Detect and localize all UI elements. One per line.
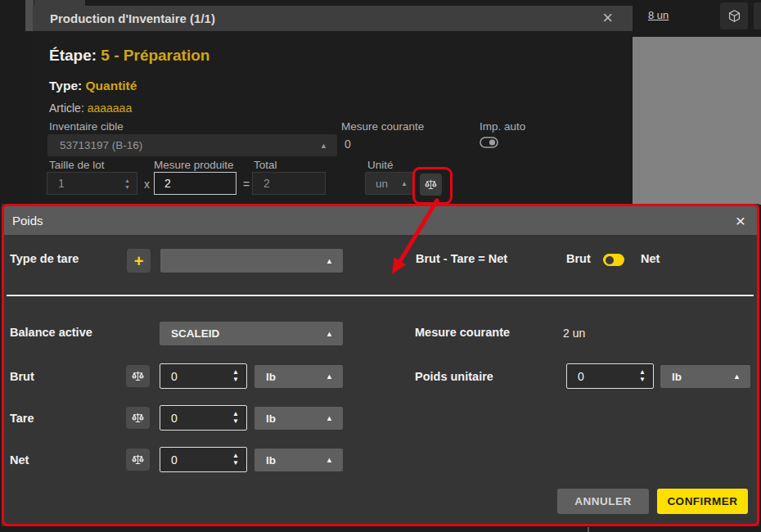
imp-auto-label: Imp. auto [480,120,525,133]
taille-de-lot-input[interactable]: 1 ▲▼ [47,172,137,195]
toggle-left-label: Brut [566,252,591,265]
net-unit-value: lb [266,454,276,467]
type-line: Type: Quantité [49,79,137,93]
formula-text: Brut - Tare = Net [416,252,507,265]
chevron-up-icon: ▲ [733,372,741,381]
etape-label: Étape: [49,47,97,64]
mesure-produite-input[interactable]: 2 [154,172,236,195]
brut-value: 0 [171,370,178,383]
tare-unit-dropdown[interactable]: lb ▲ [254,407,343,430]
unite-value: un [376,178,388,190]
printer-button[interactable] [754,2,761,29]
type-de-tare-label: Type de tare [10,252,79,265]
chevron-up-icon: ▲ [401,180,408,187]
chevron-up-icon: ▲ [326,414,333,422]
chevron-up-icon: ▲ [326,330,333,338]
toggle-knob [606,256,614,264]
scale-icon [131,453,145,467]
net-scale-button[interactable] [126,449,150,471]
total-input[interactable]: 2 [252,172,326,195]
package-icon [727,8,742,24]
net-unit-dropdown[interactable]: lb ▲ [254,449,343,471]
total-value: 2 [263,177,270,190]
quantity-link[interactable]: 8 un [648,9,669,21]
poids-unitaire-unit-dropdown[interactable]: lb ▲ [660,365,750,388]
toggle-right-label: Net [641,252,660,265]
net-label: Net [10,453,29,467]
app-backdrop [633,37,761,205]
etape-value: 5 - Préparation [101,47,209,64]
scale-icon [131,369,145,383]
unite-label: Unité [367,159,394,171]
balance-active-label: Balance active [10,326,92,339]
poids-mesure-courante-label: Mesure courante [415,326,510,339]
brut-scale-button[interactable] [126,365,150,387]
cancel-button[interactable]: ANNULER [557,489,649,514]
imp-auto-toggle[interactable] [480,137,498,148]
section-divider [7,295,754,296]
article-label: Article: [49,101,84,115]
tare-value-input[interactable]: 0 ▲▼ [160,405,247,431]
article-value: aaaaaaa [88,101,133,115]
chevron-up-icon: ▲ [326,257,333,265]
equals-sign: = [243,178,250,191]
poids-unitaire-value: 0 [578,370,584,383]
tare-unit-value: lb [266,413,276,425]
poids-dialog: Poids × Type de tare + ▲ Brut - Tare = N… [2,204,759,526]
unite-dropdown[interactable]: un ▲ [365,172,415,195]
net-value: 0 [171,453,178,467]
balance-active-value: SCALEID [171,327,219,340]
mesure-courante-value: 0 [344,138,351,151]
weight-scale-button[interactable] [420,174,442,196]
poids-dialog-titlebar: Poids × [4,206,757,235]
inventaire-cible-dropdown[interactable]: 53713197 (B-16) ▲ [47,134,337,156]
spinner-arrows-icon[interactable]: ▲▼ [232,411,239,425]
poids-close-button[interactable]: × [736,206,745,235]
inventaire-cible-label: Inventaire cible [49,120,124,133]
spinner-arrows-icon[interactable]: ▲▼ [232,453,239,467]
spinner-arrows-icon[interactable]: ▲▼ [124,178,130,190]
spinner-arrows-icon[interactable]: ▲▼ [639,369,646,383]
production-dialog-title: Production d'Inventaire (1/1) [33,6,633,31]
scale-icon [424,178,438,192]
scale-icon [131,411,145,425]
brut-net-toggle[interactable] [603,254,624,266]
chevron-up-icon: ▲ [320,142,327,150]
article-line: Article: aaaaaaa [49,101,132,115]
tare-label: Tare [10,412,34,425]
confirm-button[interactable]: CONFIRMER [657,489,748,514]
production-close-button[interactable]: × [602,6,613,30]
tare-value: 0 [171,412,178,425]
type-label: Type: [49,79,82,92]
poids-unitaire-label: Poids unitaire [415,370,493,383]
production-dialog-titlebar: Production d'Inventaire (1/1) × [33,6,633,31]
balance-active-dropdown[interactable]: SCALEID ▲ [160,322,343,345]
screen: 8 un Production d'Inventaire (1/1) × Éta… [0,0,761,532]
tare-type-dropdown[interactable]: ▲ [160,249,343,273]
mesure-produite-value: 2 [164,177,171,190]
chevron-up-icon: ▲ [326,456,333,464]
divider-tick [588,527,589,532]
net-value-input[interactable]: 0 ▲▼ [160,447,247,472]
chevron-up-icon: ▲ [326,372,333,381]
poids-mesure-courante-value: 2 un [563,327,585,340]
package-button[interactable] [720,2,748,29]
tare-scale-button[interactable] [126,407,150,429]
inventaire-cible-value: 53713197 (B-16) [60,139,142,151]
etape-line: Étape: 5 - Préparation [49,47,209,65]
multiply-sign: x [144,178,150,191]
brut-unit-value: lb [266,371,276,383]
poids-unitaire-unit-value: lb [672,371,682,383]
spinner-arrows-icon[interactable]: ▲▼ [232,369,239,383]
total-label: Total [254,159,277,171]
taille-de-lot-label: Taille de lot [49,159,105,171]
type-value: Quantité [86,79,137,92]
poids-dialog-title: Poids [4,206,757,235]
poids-unitaire-input[interactable]: 0 ▲▼ [566,363,654,389]
add-tare-button[interactable]: + [127,249,151,273]
brut-unit-dropdown[interactable]: lb ▲ [254,365,343,388]
brut-label: Brut [10,370,34,383]
brut-value-input[interactable]: 0 ▲▼ [160,363,247,389]
toggle-icon [480,137,498,148]
mesure-produite-label: Mesure produite [154,159,234,171]
